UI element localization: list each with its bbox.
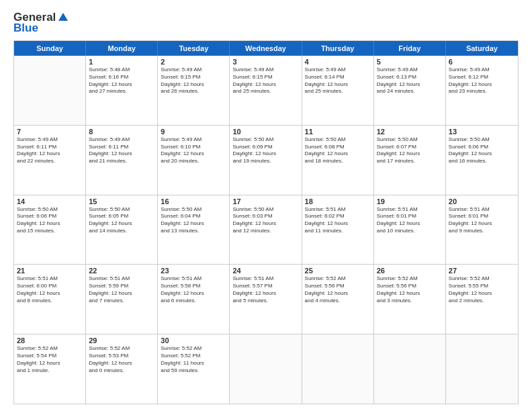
sunset: Sunset: 6:00 PM — [17, 283, 83, 290]
cal-cell: 12 Sunrise: 5:50 AM Sunset: 6:07 PM Dayl… — [374, 126, 446, 195]
sunset: Sunset: 6:13 PM — [377, 74, 443, 81]
daylight-label: Daylight: 12 hours — [89, 360, 154, 367]
daylight-minutes: and 4 minutes. — [305, 298, 371, 305]
sunrise: Sunrise: 5:50 AM — [17, 206, 83, 214]
calendar: SundayMondayTuesdayWednesdayThursdayFrid… — [13, 40, 519, 404]
sunrise: Sunrise: 5:49 AM — [232, 66, 298, 74]
daylight-label: Daylight: 12 hours — [17, 150, 83, 158]
cal-cell: 11 Sunrise: 5:50 AM Sunset: 6:08 PM Dayl… — [302, 126, 374, 195]
daylight-label: Daylight: 12 hours — [89, 290, 154, 298]
daylight-label: Daylight: 12 hours — [161, 81, 226, 89]
sunrise: Sunrise: 5:51 AM — [232, 275, 298, 283]
cal-cell: 27 Sunrise: 5:52 AM Sunset: 5:55 PM Dayl… — [446, 265, 518, 334]
day-header-tuesday: Tuesday — [158, 41, 230, 56]
day-number: 7 — [17, 128, 83, 136]
sunrise: Sunrise: 5:52 AM — [17, 345, 83, 353]
day-number: 30 — [161, 336, 226, 345]
daylight-minutes: and 12 minutes. — [232, 228, 298, 235]
sunset: Sunset: 6:16 PM — [89, 74, 154, 81]
cal-cell: 17 Sunrise: 5:50 AM Sunset: 6:03 PM Dayl… — [230, 195, 302, 265]
sunrise: Sunrise: 5:49 AM — [305, 66, 371, 74]
week-row-3: 14 Sunrise: 5:50 AM Sunset: 6:06 PM Dayl… — [14, 195, 518, 265]
sunrise: Sunrise: 5:51 AM — [17, 275, 83, 283]
daylight-minutes: and 15 minutes. — [17, 228, 83, 235]
day-number: 16 — [161, 197, 226, 205]
cal-cell: 15 Sunrise: 5:50 AM Sunset: 6:05 PM Dayl… — [86, 195, 158, 265]
sunrise: Sunrise: 5:52 AM — [89, 345, 154, 353]
day-number: 1 — [89, 58, 154, 66]
cal-cell — [230, 334, 302, 404]
sunset: Sunset: 6:07 PM — [377, 144, 443, 151]
day-number: 2 — [161, 58, 226, 66]
daylight-minutes: and 24 minutes. — [377, 88, 443, 95]
cal-cell: 5 Sunrise: 5:49 AM Sunset: 6:13 PM Dayli… — [374, 56, 446, 125]
daylight-minutes: and 6 minutes. — [161, 298, 226, 305]
daylight-minutes: and 2 minutes. — [449, 298, 515, 305]
cal-cell: 28 Sunrise: 5:52 AM Sunset: 5:54 PM Dayl… — [14, 334, 86, 404]
day-number: 12 — [377, 128, 443, 136]
sunset: Sunset: 5:52 PM — [161, 353, 226, 360]
daylight-label: Daylight: 12 hours — [161, 150, 226, 158]
sunset: Sunset: 6:01 PM — [449, 213, 515, 220]
daylight-minutes: and 27 minutes. — [89, 88, 154, 95]
day-number: 8 — [89, 128, 154, 136]
sunset: Sunset: 5:59 PM — [89, 283, 154, 290]
sunset: Sunset: 6:06 PM — [17, 213, 83, 220]
sunrise: Sunrise: 5:50 AM — [449, 136, 515, 144]
day-number: 27 — [449, 267, 515, 275]
sunset: Sunset: 5:55 PM — [449, 283, 515, 290]
daylight-minutes: and 19 minutes. — [232, 158, 298, 165]
day-number: 23 — [161, 267, 226, 275]
daylight-label: Daylight: 12 hours — [377, 220, 443, 228]
day-number: 14 — [17, 197, 83, 205]
day-number: 11 — [305, 128, 371, 136]
daylight-minutes: and 13 minutes. — [161, 228, 226, 235]
daylight-label: Daylight: 12 hours — [232, 150, 298, 158]
day-number: 9 — [161, 128, 226, 136]
daylight-label: Daylight: 12 hours — [89, 150, 154, 158]
daylight-label: Daylight: 12 hours — [161, 220, 226, 228]
daylight-minutes: and 25 minutes. — [232, 88, 298, 95]
daylight-label: Daylight: 12 hours — [89, 220, 154, 228]
sunrise: Sunrise: 5:49 AM — [89, 136, 154, 144]
daylight-minutes: and 17 minutes. — [377, 158, 443, 165]
cal-cell: 4 Sunrise: 5:49 AM Sunset: 6:14 PM Dayli… — [302, 56, 374, 125]
daylight-minutes: and 10 minutes. — [377, 228, 443, 235]
daylight-label: Daylight: 12 hours — [449, 290, 515, 298]
cal-cell: 25 Sunrise: 5:52 AM Sunset: 5:56 PM Dayl… — [302, 265, 374, 334]
sunset: Sunset: 6:09 PM — [232, 144, 298, 151]
daylight-label: Daylight: 12 hours — [305, 290, 371, 298]
sunrise: Sunrise: 5:50 AM — [377, 136, 443, 144]
day-number: 20 — [449, 197, 515, 205]
day-header-wednesday: Wednesday — [230, 41, 302, 56]
daylight-label: Daylight: 12 hours — [17, 360, 83, 367]
day-number: 24 — [232, 267, 298, 275]
day-number: 19 — [377, 197, 443, 205]
day-number: 25 — [305, 267, 371, 275]
cal-cell — [14, 56, 86, 125]
sunrise: Sunrise: 5:49 AM — [161, 66, 226, 74]
week-row-5: 28 Sunrise: 5:52 AM Sunset: 5:54 PM Dayl… — [14, 334, 518, 404]
day-number: 5 — [377, 58, 443, 66]
sunset: Sunset: 6:04 PM — [161, 213, 226, 220]
daylight-minutes: and 3 minutes. — [377, 298, 443, 305]
sunset: Sunset: 6:10 PM — [161, 144, 226, 151]
sunrise: Sunrise: 5:52 AM — [305, 275, 371, 283]
daylight-label: Daylight: 12 hours — [377, 290, 443, 298]
sunrise: Sunrise: 5:49 AM — [449, 66, 515, 74]
sunrise: Sunrise: 5:50 AM — [232, 136, 298, 144]
logo-blue: Blue — [13, 21, 38, 35]
sunset: Sunset: 6:11 PM — [89, 144, 154, 151]
cal-cell: 9 Sunrise: 5:49 AM Sunset: 6:10 PM Dayli… — [158, 126, 230, 195]
cal-cell: 6 Sunrise: 5:49 AM Sunset: 6:12 PM Dayli… — [446, 56, 518, 125]
daylight-label: Daylight: 12 hours — [449, 220, 515, 228]
sunrise: Sunrise: 5:52 AM — [449, 275, 515, 283]
sunrise: Sunrise: 5:51 AM — [89, 275, 154, 283]
sunrise: Sunrise: 5:48 AM — [89, 66, 154, 74]
sunset: Sunset: 6:06 PM — [449, 144, 515, 151]
cal-cell: 3 Sunrise: 5:49 AM Sunset: 6:15 PM Dayli… — [230, 56, 302, 125]
day-header-saturday: Saturday — [446, 41, 518, 56]
calendar-header: SundayMondayTuesdayWednesdayThursdayFrid… — [14, 41, 518, 56]
daylight-minutes: and 14 minutes. — [89, 228, 154, 235]
sunset: Sunset: 5:57 PM — [232, 283, 298, 290]
